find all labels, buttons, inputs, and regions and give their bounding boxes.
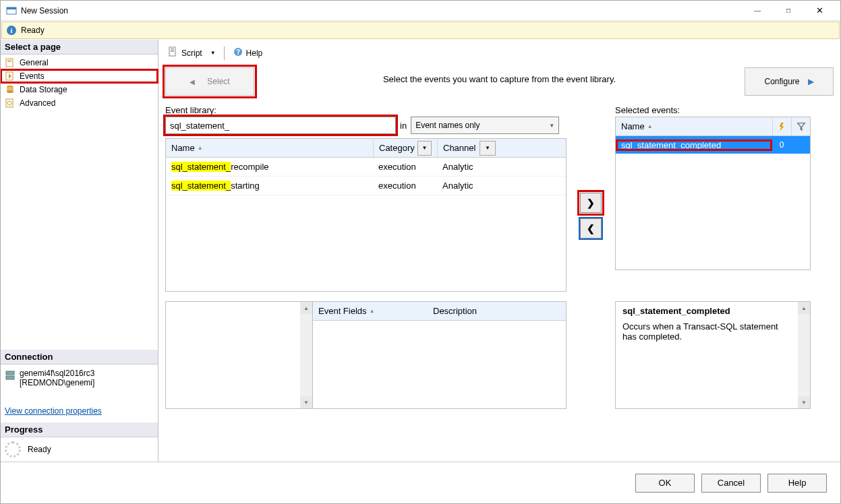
close-button[interactable]: ✕ <box>804 1 835 21</box>
scroll-down-icon[interactable]: ▼ <box>798 396 810 408</box>
server-icon <box>5 370 16 381</box>
progress-row: Ready <box>1 437 158 462</box>
library-row[interactable]: sql_statement_recompile execution Analyt… <box>166 158 566 177</box>
column-header-event-fields[interactable]: Event Fields ▲ <box>313 303 428 319</box>
event-library-label: Event library: <box>165 105 567 115</box>
maximize-button[interactable]: □ <box>773 1 804 21</box>
status-band: i Ready <box>1 22 840 39</box>
sidebar: Select a page General Events Data Storag… <box>1 40 158 462</box>
event-library-search-input[interactable] <box>165 117 396 134</box>
status-text: Ready <box>21 26 45 35</box>
remove-event-button[interactable]: ❮ <box>580 218 602 239</box>
description-body: Occurs when a Transact-SQL statement has… <box>622 321 803 342</box>
connection-server: genemi4f\sql2016rc3 <box>20 369 94 378</box>
titlebar: New Session — □ ✕ <box>1 1 840 21</box>
help-label: Help <box>246 49 263 58</box>
scroll-up-icon[interactable]: ▲ <box>798 302 810 314</box>
fields-listbox[interactable]: ▲ ▼ <box>166 302 313 408</box>
help-button[interactable]: Help <box>767 474 827 493</box>
ok-button[interactable]: OK <box>635 474 695 493</box>
event-library-column: Event library: in Event names only ▼ Nam… <box>165 105 567 292</box>
match-highlight: sql_statement_ <box>171 162 231 172</box>
scroll-up-icon[interactable]: ▲ <box>300 302 312 314</box>
column-header-category[interactable]: Category ▼ <box>373 138 437 158</box>
sidebar-item-label: Data Storage <box>20 85 67 94</box>
sidebar-item-label: Advanced <box>20 98 55 108</box>
page-icon <box>5 57 16 68</box>
chevron-down-icon: ▼ <box>549 123 554 129</box>
sort-indicator-icon: ▲ <box>198 145 203 151</box>
script-icon <box>168 46 179 59</box>
match-highlight: sql_statement_ <box>171 181 231 191</box>
info-icon: i <box>6 25 17 36</box>
connection-box: genemi4f\sql2016rc3 [REDMOND\genemi] <box>1 365 158 394</box>
page-icon <box>5 71 16 82</box>
library-row[interactable]: sql_statement_starting execution Analyti… <box>166 177 566 195</box>
sidebar-item-events[interactable]: Events <box>1 69 158 83</box>
svg-rect-4 <box>6 59 13 67</box>
instruction-text: Select the events you want to capture fr… <box>261 67 738 84</box>
page-icon <box>5 84 16 95</box>
svg-rect-18 <box>171 50 174 51</box>
connection-header: Connection <box>1 350 158 365</box>
search-scope-dropdown[interactable]: Event names only ▼ <box>411 117 559 134</box>
configure-tab-button[interactable]: Configure ▶ <box>745 67 834 96</box>
transfer-buttons: ❯ ❮ <box>575 193 607 239</box>
category-filter-dropdown[interactable]: ▼ <box>417 141 432 156</box>
selected-events-grid: Name ▲ sql_statement_completed 0 <box>615 117 811 270</box>
sidebar-item-advanced[interactable]: Advanced <box>1 96 158 110</box>
configure-tab-label: Configure <box>764 77 799 86</box>
svg-rect-19 <box>171 51 174 52</box>
sidebar-item-general[interactable]: General <box>1 56 158 69</box>
script-button[interactable]: Script <box>165 45 205 61</box>
column-header-name[interactable]: Name ▲ <box>166 140 373 156</box>
page-list: General Events Data Storage Advanced <box>1 55 158 111</box>
scrollbar[interactable]: ▲ ▼ <box>798 302 810 408</box>
script-dropdown-arrow[interactable]: ▼ <box>208 50 219 56</box>
in-label: in <box>400 121 407 131</box>
select-tab-button[interactable]: ◀ Select <box>165 67 254 96</box>
progress-header: Progress <box>1 422 158 437</box>
svg-rect-1 <box>7 7 16 9</box>
svg-text:?: ? <box>236 49 240 56</box>
help-button[interactable]: ? Help <box>230 45 266 61</box>
window-title: New Session <box>21 6 68 15</box>
connection-user: [REDMOND\genemi] <box>20 378 94 387</box>
column-header-description[interactable]: Description <box>428 303 566 319</box>
event-fields-grid: Event Fields ▲ Description <box>313 302 566 408</box>
svg-marker-22 <box>779 122 784 130</box>
scroll-down-icon[interactable]: ▼ <box>300 396 312 408</box>
help-icon: ? <box>233 46 243 59</box>
filter-column-icon[interactable] <box>791 117 810 135</box>
cancel-button[interactable]: Cancel <box>701 474 761 493</box>
svg-rect-6 <box>7 61 11 62</box>
sidebar-item-label: Events <box>20 71 45 81</box>
column-header-channel[interactable]: Channel ▼ <box>437 138 501 158</box>
minimize-button[interactable]: — <box>742 1 773 21</box>
view-connection-properties-link[interactable]: View connection properties <box>5 406 154 416</box>
selected-event-row[interactable]: sql_statement_completed 0 <box>616 136 810 154</box>
spinner-icon <box>5 441 21 458</box>
svg-rect-5 <box>7 60 11 61</box>
selected-events-label: Selected events: <box>615 105 811 115</box>
scrollbar[interactable]: ▲ ▼ <box>300 302 312 408</box>
channel-filter-dropdown[interactable]: ▼ <box>480 141 496 156</box>
app-icon <box>6 5 17 16</box>
sort-indicator-icon: ▲ <box>647 123 653 129</box>
sort-indicator-icon: ▲ <box>370 308 375 314</box>
actions-column-icon[interactable] <box>772 117 791 135</box>
content-toolbar: Script ▼ ? Help <box>165 44 834 67</box>
add-event-button[interactable]: ❯ <box>580 193 602 213</box>
triangle-right-icon: ▶ <box>808 77 814 86</box>
selected-events-column: Selected events: Name ▲ sql_statement_co… <box>615 105 811 270</box>
content-pane: Script ▼ ? Help ◀ Select Select the even… <box>158 40 840 462</box>
selected-column-header-name[interactable]: Name ▲ <box>616 119 772 134</box>
svg-point-11 <box>7 90 13 93</box>
svg-text:i: i <box>10 26 12 34</box>
sidebar-item-data-storage[interactable]: Data Storage <box>1 83 158 96</box>
page-icon <box>5 98 16 108</box>
description-title: sql_statement_completed <box>622 306 803 316</box>
svg-rect-14 <box>6 371 14 375</box>
search-scope-value: Event names only <box>415 121 480 130</box>
toolbar-separator <box>224 46 225 60</box>
